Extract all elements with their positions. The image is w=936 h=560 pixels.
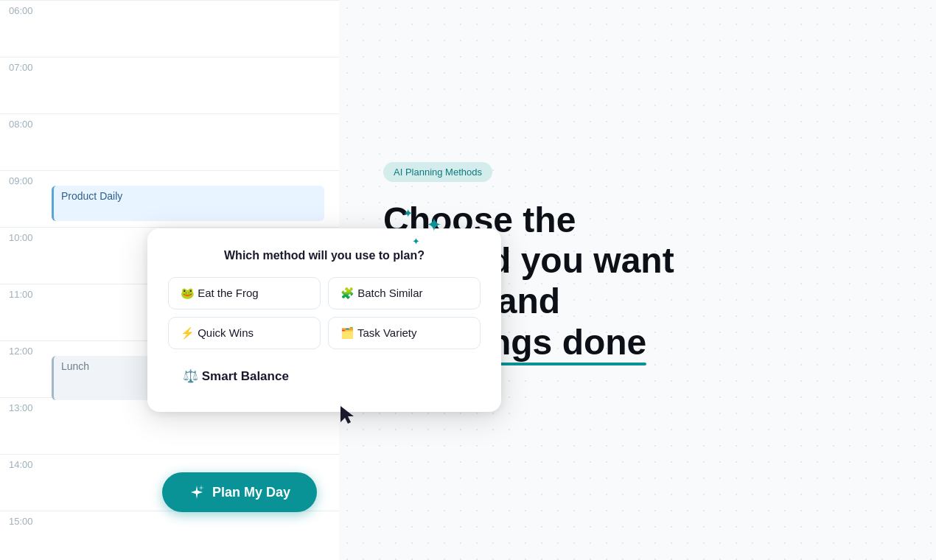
time-label-1100: 11:00 [0,284,52,300]
sparkles-icon [189,484,205,500]
time-label-1300: 13:00 [0,398,52,413]
time-row-0600: 06:00 [0,0,339,57]
time-label-1200: 12:00 [0,341,52,357]
method-eat-the-frog[interactable]: 🐸 Eat the Frog [168,277,321,309]
calendar-panel: 06:00 07:00 08:00 09:00 10:00 11:00 12:0… [0,0,339,560]
method-task-variety[interactable]: 🗂️ Task Variety [328,317,481,349]
sparkle-icon-small: ✦ [403,206,413,220]
method-smart-balance[interactable]: ⚖️ Smart Balance [168,358,481,394]
plan-my-day-label: Plan My Day [212,485,290,500]
planning-method-popup: ✦ ✦ ✦ Which method will you use to plan?… [147,228,501,412]
time-row-0800: 08:00 [0,113,339,170]
cursor-indicator [339,405,357,428]
method-batch-similar[interactable]: 🧩 Batch Similar [328,277,481,309]
methods-grid: 🐸 Eat the Frog 🧩 Batch Similar ⚡ Quick W… [168,277,481,349]
plan-my-day-button[interactable]: Plan My Day [162,472,317,512]
sparkle-icon-medium: ✦ [412,236,420,247]
method-quick-wins[interactable]: ⚡ Quick Wins [168,317,321,349]
popup-question: Which method will you use to plan? [168,249,481,262]
time-label-0600: 06:00 [0,1,52,16]
svg-marker-0 [340,406,354,424]
event-product-daily[interactable]: Product Daily [52,186,324,221]
time-label-0700: 07:00 [0,57,52,73]
time-row-0700: 07:00 [0,57,339,113]
ai-planning-badge: AI Planning Methods [383,162,492,182]
time-label-0900: 09:00 [0,171,52,186]
time-label-0800: 08:00 [0,114,52,130]
time-label-1500: 15:00 [0,511,52,527]
time-label-1400: 14:00 [0,455,52,470]
sparkle-icon-large: ✦ [426,214,442,237]
time-row-1500: 15:00 [0,511,339,560]
time-label-1000: 10:00 [0,228,52,243]
